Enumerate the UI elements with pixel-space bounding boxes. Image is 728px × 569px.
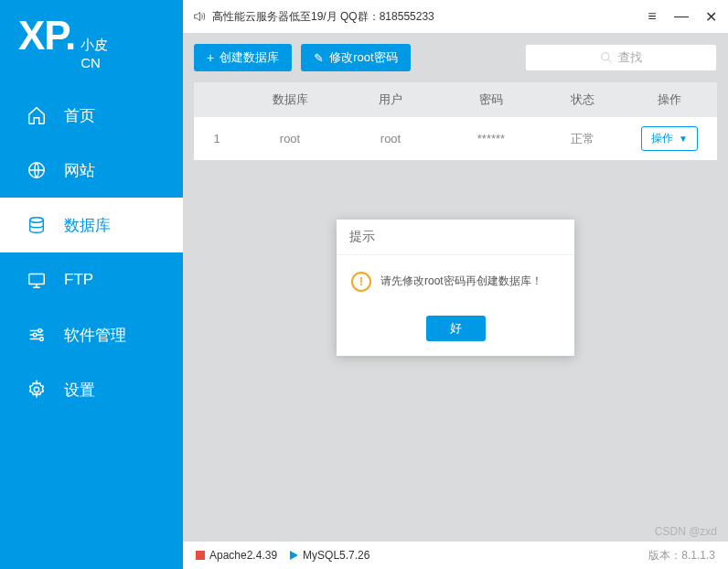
apache-status-icon (196, 551, 205, 560)
sidebar-item-database[interactable]: 数据库 (0, 198, 183, 252)
modal-message: 请先修改root密码再创建数据库！ (380, 274, 542, 289)
home-icon (26, 104, 48, 126)
logo-sub: 小皮 CN (80, 36, 108, 71)
svg-point-5 (40, 338, 44, 341)
modal-ok-button[interactable]: 好 (426, 316, 486, 341)
modal-overlay: 提示 ! 请先修改root密码再创建数据库！ 好 (183, 33, 728, 542)
sidebar-item-label: 首页 (64, 105, 95, 126)
titlebar: 高性能云服务器低至19/月 QQ群：818555233 ≡ — ✕ (183, 0, 728, 33)
monitor-icon (26, 269, 48, 291)
menu-icon[interactable]: ≡ (644, 8, 660, 26)
svg-rect-2 (29, 274, 45, 284)
version-info: 版本：8.1.1.3 (648, 548, 715, 564)
sidebar-item-label: 数据库 (64, 215, 111, 236)
minimize-icon[interactable]: — (673, 8, 690, 26)
close-icon[interactable]: ✕ (702, 8, 719, 26)
sidebar-item-home[interactable]: 首页 (0, 88, 183, 143)
sidebar-item-label: 设置 (64, 380, 95, 401)
sidebar-item-label: FTP (64, 271, 93, 289)
watermark: CSDN @zxd (655, 525, 717, 538)
sidebar-item-label: 软件管理 (64, 325, 126, 346)
mysql-status-icon (290, 551, 298, 560)
globe-icon (26, 159, 48, 181)
modal-body: ! 请先修改root密码再创建数据库！ (337, 255, 574, 308)
sidebar-item-label: 网站 (64, 160, 95, 181)
svg-point-3 (38, 329, 42, 333)
sliders-icon (26, 324, 48, 346)
speaker-icon (192, 9, 207, 24)
sidebar-item-ftp[interactable]: FTP (0, 252, 183, 307)
status-bar: Apache2.4.39 MySQL5.7.26 版本：8.1.1.3 (183, 542, 728, 569)
gear-icon (26, 379, 48, 401)
mysql-label[interactable]: MySQL5.7.26 (303, 549, 369, 562)
sidebar-item-settings[interactable]: 设置 (0, 362, 183, 417)
svg-point-1 (30, 218, 44, 223)
logo-main: XP. (18, 13, 75, 59)
window-controls: ≡ — ✕ (644, 8, 719, 26)
sidebar-item-website[interactable]: 网站 (0, 143, 183, 198)
sidebar: XP. 小皮 CN 首页 网站 数据库 FTP 软件管理 设置 (0, 0, 183, 569)
modal-title: 提示 (337, 220, 574, 255)
apache-label[interactable]: Apache2.4.39 (209, 549, 277, 562)
sidebar-item-software[interactable]: 软件管理 (0, 307, 183, 362)
modal-dialog: 提示 ! 请先修改root密码再创建数据库！ 好 (337, 220, 574, 356)
svg-point-6 (34, 387, 39, 392)
modal-footer: 好 (337, 308, 574, 356)
database-icon (26, 214, 48, 236)
svg-point-4 (33, 333, 37, 337)
announcement[interactable]: 高性能云服务器低至19/月 QQ群：818555233 (192, 9, 434, 25)
warning-icon: ! (351, 272, 371, 292)
logo: XP. 小皮 CN (0, 0, 183, 88)
